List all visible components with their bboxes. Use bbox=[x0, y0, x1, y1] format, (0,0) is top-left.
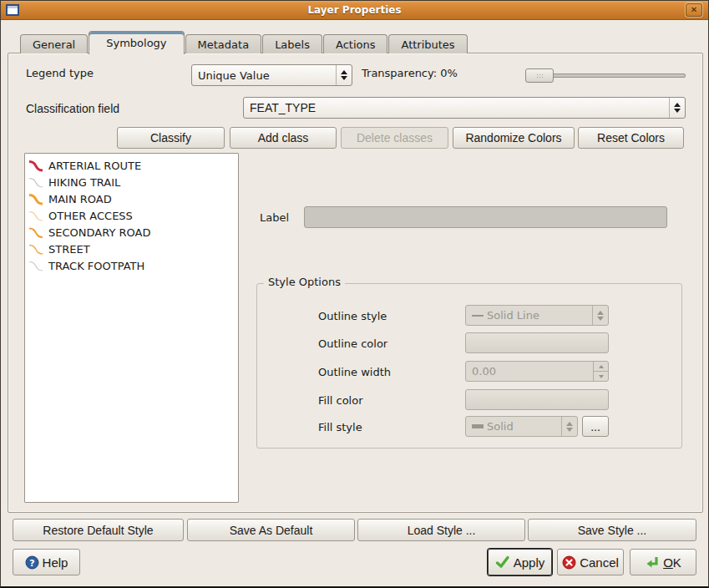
combo-arrows-icon bbox=[336, 65, 352, 85]
legend-type-label: Legend type bbox=[26, 67, 94, 79]
outline-style-label: Outline style bbox=[318, 310, 387, 322]
close-icon[interactable]: ✕ bbox=[686, 3, 702, 17]
fill-style-value: Solid bbox=[487, 420, 514, 433]
line-symbol-icon bbox=[28, 259, 44, 273]
outline-width-label: Outline width bbox=[318, 366, 391, 378]
fill-color-button bbox=[465, 389, 609, 410]
class-label: STREET bbox=[48, 243, 90, 256]
line-symbol-icon bbox=[28, 159, 44, 173]
button-label: ... bbox=[590, 420, 600, 433]
fill-style-label: Fill style bbox=[318, 421, 362, 433]
title-bar: Layer Properties ✕ bbox=[1, 1, 708, 20]
list-item-arterial-route[interactable]: ARTERIAL ROUTE bbox=[28, 157, 238, 174]
button-label: Restore Default Style bbox=[43, 524, 153, 537]
help-button[interactable]: ? Help bbox=[13, 549, 80, 575]
check-icon bbox=[495, 555, 510, 569]
outline-width-value: 0.00 bbox=[466, 362, 593, 381]
cancel-button[interactable]: Cancel bbox=[557, 549, 624, 575]
save-style-button[interactable]: Save Style ... bbox=[528, 519, 696, 541]
list-item-secondary-road[interactable]: SECONDARY ROAD bbox=[28, 224, 238, 241]
legend-type-select[interactable]: Unique Value bbox=[191, 64, 352, 86]
label-field-label: Label bbox=[260, 211, 289, 224]
list-item-other-access[interactable]: OTHER ACCESS bbox=[28, 207, 238, 224]
tab-attributes[interactable]: Attributes bbox=[388, 34, 467, 53]
help-icon: ? bbox=[25, 555, 39, 570]
apply-button[interactable]: Apply bbox=[488, 549, 552, 575]
save-as-default-button[interactable]: Save As Default bbox=[187, 519, 355, 541]
class-label: ARTERIAL ROUTE bbox=[48, 160, 141, 172]
button-label: Save As Default bbox=[230, 524, 313, 537]
fill-style-more-button[interactable]: ... bbox=[582, 416, 609, 437]
class-label: MAIN ROAD bbox=[48, 193, 112, 205]
add-class-button[interactable]: Add class bbox=[230, 127, 337, 149]
cancel-icon bbox=[562, 555, 576, 570]
enter-arrow-icon bbox=[645, 555, 660, 570]
button-label: Reset Colors bbox=[597, 131, 665, 144]
classify-button[interactable]: Classify bbox=[117, 127, 225, 149]
list-item-main-road[interactable]: MAIN ROAD bbox=[28, 190, 238, 207]
button-label: Randomize Colors bbox=[465, 131, 561, 144]
ok-mnemonic: O bbox=[663, 555, 673, 570]
randomize-colors-button[interactable]: Randomize Colors bbox=[453, 127, 575, 149]
tab-metadata[interactable]: Metadata bbox=[185, 34, 262, 53]
class-label: HIKING TRAIL bbox=[48, 176, 120, 189]
class-label: OTHER ACCESS bbox=[48, 210, 133, 222]
combo-arrows-icon bbox=[561, 417, 577, 436]
button-label: Load Style ... bbox=[408, 524, 476, 537]
tab-actions[interactable]: Actions bbox=[323, 34, 388, 53]
ok-button[interactable]: OK bbox=[630, 549, 696, 575]
list-item-hiking-trail[interactable]: HIKING TRAIL bbox=[28, 174, 238, 190]
tab-symbology[interactable]: Symbology bbox=[89, 31, 184, 54]
window-title: Layer Properties bbox=[1, 4, 708, 16]
outline-color-label: Outline color bbox=[318, 337, 387, 350]
class-label: SECONDARY ROAD bbox=[48, 226, 150, 239]
button-label: Classify bbox=[150, 131, 191, 144]
combo-arrows-icon bbox=[592, 306, 608, 325]
tab-label: Labels bbox=[275, 38, 310, 51]
tab-labels[interactable]: Labels bbox=[262, 34, 322, 53]
line-symbol-icon bbox=[28, 192, 44, 206]
outline-style-value: Solid Line bbox=[487, 309, 539, 322]
transparency-slider[interactable] bbox=[525, 68, 686, 83]
fill-color-label: Fill color bbox=[318, 394, 363, 407]
ok-rest: K bbox=[673, 555, 681, 570]
tab-label: Symbology bbox=[106, 37, 166, 49]
button-label: Apply bbox=[514, 555, 545, 570]
tab-label: Metadata bbox=[198, 38, 250, 51]
label-input bbox=[304, 206, 667, 228]
outline-color-button bbox=[465, 332, 609, 353]
svg-text:?: ? bbox=[29, 557, 34, 568]
combo-arrows-icon bbox=[669, 98, 685, 118]
outline-style-select: Solid Line bbox=[465, 305, 609, 326]
load-style-button[interactable]: Load Style ... bbox=[357, 519, 525, 541]
line-symbol-icon bbox=[28, 242, 44, 256]
classification-field-label: Classification field bbox=[26, 102, 119, 115]
fill-style-preview-icon bbox=[472, 424, 484, 428]
line-symbol-icon bbox=[28, 175, 44, 190]
tab-general[interactable]: General bbox=[20, 34, 88, 53]
list-item-track-footpath[interactable]: TRACK FOOTPATH bbox=[28, 257, 238, 274]
class-label: TRACK FOOTPATH bbox=[48, 260, 144, 272]
style-options-title: Style Options bbox=[264, 276, 345, 288]
layer-properties-dialog: Layer Properties ✕ General Symbology Met… bbox=[0, 0, 709, 588]
fill-style-select: Solid bbox=[465, 416, 578, 437]
line-symbol-icon bbox=[28, 226, 44, 240]
button-label: Cancel bbox=[580, 555, 619, 570]
transparency-label: Transparency: 0% bbox=[362, 67, 458, 79]
reset-colors-button[interactable]: Reset Colors bbox=[578, 127, 684, 149]
window-icon bbox=[6, 4, 19, 16]
tab-bar: General Symbology Metadata Labels Action… bbox=[20, 30, 468, 53]
class-list[interactable]: ARTERIAL ROUTE HIKING TRAIL MAIN ROAD OT… bbox=[24, 153, 239, 503]
tab-label: Attributes bbox=[401, 38, 454, 51]
outline-width-spinner: 0.00 bbox=[465, 361, 609, 382]
slider-grip-icon bbox=[536, 74, 544, 79]
line-style-preview-icon bbox=[472, 315, 484, 317]
button-label: Add class bbox=[258, 131, 309, 144]
slider-handle[interactable] bbox=[525, 68, 554, 83]
line-symbol-icon bbox=[28, 209, 44, 223]
list-item-street[interactable]: STREET bbox=[28, 241, 238, 257]
button-label: Help bbox=[43, 555, 68, 570]
classification-field-select[interactable]: FEAT_TYPE bbox=[243, 97, 686, 119]
restore-default-style-button[interactable]: Restore Default Style bbox=[13, 519, 184, 541]
delete-classes-button: Delete classes bbox=[341, 127, 448, 149]
